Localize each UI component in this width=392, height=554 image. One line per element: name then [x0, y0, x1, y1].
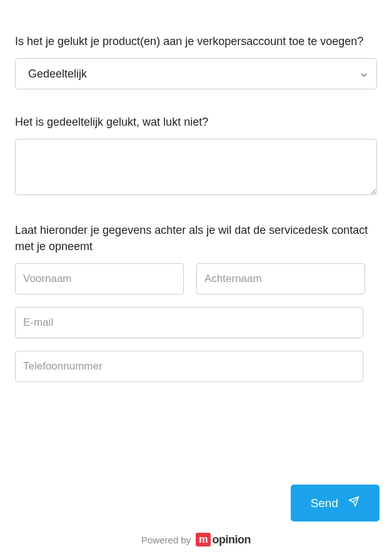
question3-label: Laat hieronder je gegevens achter als je…	[15, 223, 377, 254]
send-button-label: Send	[311, 496, 338, 510]
paper-plane-icon	[348, 496, 359, 510]
question1-label: Is het je gelukt je product(en) aan je v…	[15, 34, 377, 49]
email-field[interactable]	[15, 307, 363, 338]
firstname-field[interactable]	[15, 263, 184, 295]
what-failed-textarea[interactable]	[15, 139, 377, 195]
select-wrapper: Gedeeltelijk	[15, 58, 377, 89]
question2-label: Het is gedeeltelijk gelukt, wat lukt nie…	[15, 114, 377, 130]
phone-field[interactable]	[15, 351, 363, 382]
mopinion-logo: mopinion	[196, 533, 251, 546]
footer: Powered by mopinion	[0, 533, 392, 546]
mopinion-brand-text: opinion	[212, 533, 250, 546]
send-button[interactable]: Send	[291, 485, 379, 521]
product-success-select[interactable]: Gedeeltelijk	[15, 58, 377, 89]
lastname-field[interactable]	[196, 263, 365, 295]
mopinion-m-icon: m	[196, 533, 211, 546]
powered-by-text: Powered by	[141, 535, 191, 545]
name-row	[15, 263, 377, 295]
